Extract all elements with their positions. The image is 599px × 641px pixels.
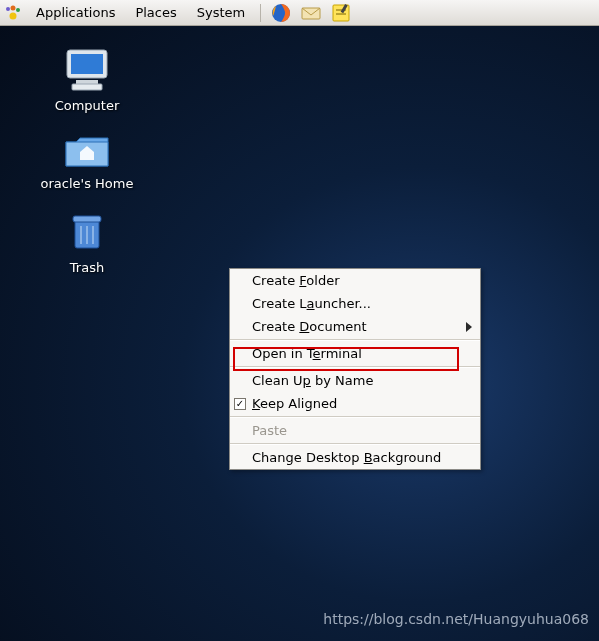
submenu-arrow-icon bbox=[466, 322, 472, 332]
svg-point-1 bbox=[11, 5, 16, 10]
svg-point-2 bbox=[16, 8, 20, 12]
desktop-icon-home[interactable]: oracle's Home bbox=[27, 130, 147, 191]
svg-rect-13 bbox=[72, 84, 102, 90]
context-separator bbox=[230, 339, 480, 341]
watermark-text: https://blog.csdn.net/Huangyuhua068 bbox=[323, 611, 589, 627]
menu-system[interactable]: System bbox=[189, 2, 253, 23]
svg-rect-15 bbox=[73, 216, 101, 222]
svg-point-0 bbox=[6, 7, 10, 11]
notes-icon[interactable] bbox=[330, 2, 352, 24]
trash-icon bbox=[27, 210, 147, 254]
desktop-icon-trash[interactable]: Trash bbox=[27, 210, 147, 275]
menu-create-launcher[interactable]: Create Launcher... bbox=[230, 292, 480, 315]
menu-change-background[interactable]: Change Desktop Background bbox=[230, 446, 480, 469]
svg-rect-11 bbox=[71, 54, 103, 74]
gnome-foot-icon bbox=[4, 4, 22, 22]
menu-paste: Paste bbox=[230, 419, 480, 442]
menu-applications[interactable]: Applications bbox=[28, 2, 123, 23]
menu-create-folder[interactable]: Create Folder bbox=[230, 269, 480, 292]
menubar-separator bbox=[260, 4, 261, 22]
home-folder-icon bbox=[27, 130, 147, 170]
mail-icon[interactable] bbox=[300, 2, 322, 24]
context-separator bbox=[230, 443, 480, 445]
menu-keep-aligned[interactable]: ✓ Keep Aligned bbox=[230, 392, 480, 415]
top-menubar: Applications Places System bbox=[0, 0, 599, 26]
menu-clean-up[interactable]: Clean Up by Name bbox=[230, 369, 480, 392]
computer-icon bbox=[27, 48, 147, 92]
desktop-icon-computer[interactable]: Computer bbox=[27, 48, 147, 113]
firefox-icon[interactable] bbox=[270, 2, 292, 24]
svg-rect-12 bbox=[76, 80, 98, 84]
context-separator bbox=[230, 416, 480, 418]
checkmark-icon: ✓ bbox=[234, 398, 246, 410]
context-separator bbox=[230, 366, 480, 368]
svg-point-3 bbox=[10, 12, 17, 19]
menu-open-terminal[interactable]: Open in Terminal bbox=[230, 342, 480, 365]
desktop-icon-label: oracle's Home bbox=[27, 176, 147, 191]
desktop-icon-label: Trash bbox=[27, 260, 147, 275]
menu-places[interactable]: Places bbox=[127, 2, 184, 23]
menu-create-document[interactable]: Create Document bbox=[230, 315, 480, 338]
desktop-icon-label: Computer bbox=[27, 98, 147, 113]
desktop-context-menu: Create Folder Create Launcher... Create … bbox=[229, 268, 481, 470]
